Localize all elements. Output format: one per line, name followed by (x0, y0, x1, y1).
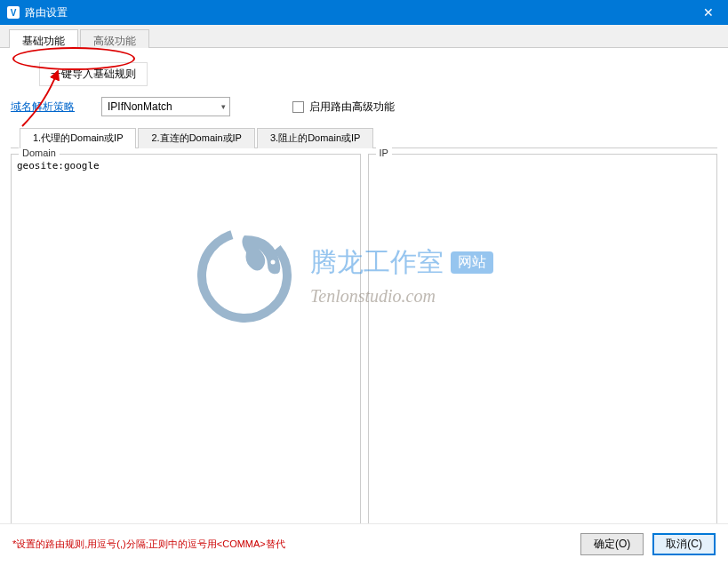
close-button[interactable]: ✕ (688, 0, 728, 25)
tab-block-domain-ip[interactable]: 3.阻止的Domain或IP (257, 128, 373, 148)
ip-textarea[interactable] (369, 155, 717, 537)
fieldsets: Domain IP (11, 154, 717, 540)
window-title: 路由设置 (25, 5, 68, 20)
chevron-down-icon: ▾ (221, 102, 226, 111)
enable-advanced-routing-checkbox[interactable]: 启用路由高级功能 (292, 100, 395, 115)
ok-button[interactable]: 确定(O) (580, 533, 644, 555)
domain-strategy-combo[interactable]: IPIfNonMatch ▾ (101, 97, 230, 116)
ip-fieldset: IP (368, 154, 718, 540)
domain-textarea[interactable] (12, 155, 360, 537)
settings-row: 域名解析策略 IPIfNonMatch ▾ 启用路由高级功能 (11, 97, 717, 116)
ip-legend: IP (376, 147, 392, 158)
footer-buttons: 确定(O) 取消(C) (580, 533, 716, 555)
close-icon: ✕ (703, 5, 714, 20)
app-icon: V (7, 6, 20, 19)
tab-advanced[interactable]: 高级功能 (80, 29, 149, 48)
tab-proxy-domain-ip[interactable]: 1.代理的Domain或IP (20, 128, 136, 148)
checkbox-box (292, 101, 304, 113)
domain-legend: Domain (19, 147, 60, 158)
footer-note: *设置的路由规则,用逗号(,)分隔;正则中的逗号用<COMMA>替代 (12, 538, 285, 551)
content-area: 一键导入基础规则 域名解析策略 IPIfNonMatch ▾ 启用路由高级功能 … (0, 48, 728, 547)
titlebar: V 路由设置 ✕ (0, 0, 728, 25)
tab-direct-domain-ip[interactable]: 2.直连的Domain或IP (138, 128, 254, 148)
cancel-button[interactable]: 取消(C) (652, 533, 716, 555)
checkbox-label: 启用路由高级功能 (309, 100, 395, 115)
domain-fieldset: Domain (11, 154, 361, 540)
tab-basic[interactable]: 基础功能 (9, 29, 78, 48)
combo-value: IPIfNonMatch (108, 100, 172, 113)
import-rules-button[interactable]: 一键导入基础规则 (39, 62, 148, 86)
rule-tabs: 1.代理的Domain或IP 2.直连的Domain或IP 3.阻止的Domai… (11, 127, 717, 148)
footer: *设置的路由规则,用逗号(,)分隔;正则中的逗号用<COMMA>替代 确定(O)… (0, 523, 728, 566)
domain-strategy-link[interactable]: 域名解析策略 (11, 100, 75, 115)
main-tabs: 基础功能 高级功能 (0, 25, 728, 48)
